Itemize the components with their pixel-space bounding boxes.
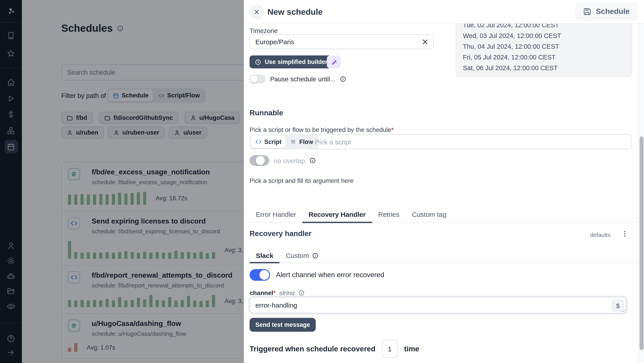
no-overlap-toggle[interactable]: [250, 155, 269, 166]
runnable-heading: Runnable: [250, 109, 283, 117]
use-simplified-builder-button[interactable]: Use simplified builder: [250, 55, 333, 68]
subtab-custom[interactable]: Custom: [280, 249, 324, 262]
app: Schedules Search schedule Filter by path…: [0, 0, 644, 363]
script-tab[interactable]: Script: [251, 135, 286, 148]
new-schedule-drawer: Tue, 02 Jul 2024, 12:00:00 CEST Wed, 03 …: [244, 0, 644, 363]
recovery-handler-heading: Recovery handler: [250, 229, 312, 238]
handler-tabs: Error Handler Recovery Handler Retries C…: [250, 207, 639, 223]
pick-script-input[interactable]: Pick a script: [309, 134, 632, 149]
pick-script-label: Pick a script or flow to be triggered by…: [250, 126, 394, 133]
wand-sparkles-icon: [330, 58, 338, 65]
scrollbar-thumb[interactable]: [640, 136, 644, 350]
channel-field-label: channel* string: [250, 289, 304, 296]
preview-date: Sat, 06 Jul 2024, 12:00:00 CEST: [463, 63, 625, 73]
info-icon[interactable]: [298, 290, 304, 296]
pause-schedule-toggle[interactable]: [250, 75, 266, 84]
no-overlap-label: no overlap: [274, 157, 305, 164]
alert-channel-label: Alert channel when error recovered: [276, 271, 384, 279]
clear-icon[interactable]: [422, 38, 428, 45]
schedule-submit-button[interactable]: Schedule: [575, 2, 638, 21]
no-overlap-row: no overlap: [250, 155, 316, 166]
script-flow-toggle: Script Flow: [250, 134, 319, 149]
drawer-header: New schedule Schedule: [244, 0, 644, 24]
pause-schedule-label: Pause schedule until...: [270, 75, 336, 83]
drawer-scrollbar[interactable]: [638, 24, 644, 363]
clock-icon: [255, 59, 261, 65]
upcoming-runs-panel: Tue, 02 Jul 2024, 12:00:00 CEST Wed, 03 …: [456, 17, 632, 77]
close-icon[interactable]: [249, 4, 264, 19]
drawer-title: New schedule: [268, 7, 323, 17]
alert-channel-row: Alert channel when error recovered: [250, 269, 384, 281]
send-test-message-button[interactable]: Send test message: [250, 318, 316, 332]
tab-error-handler[interactable]: Error Handler: [250, 207, 302, 222]
triggered-count-row: Triggered when schedule recovered 1 time: [250, 340, 419, 358]
channel-input[interactable]: error-handling $: [250, 297, 626, 313]
preview-date: Wed, 03 Jul 2024, 12:00:00 CEST: [463, 30, 625, 41]
triggered-count-input[interactable]: 1: [382, 340, 398, 358]
tab-recovery-handler[interactable]: Recovery Handler: [302, 207, 372, 222]
recovery-subtabs: Slack Custom: [250, 249, 639, 263]
insert-variable-button[interactable]: $: [612, 300, 624, 312]
argument-helper-text: Pick a script and fill its argument here: [250, 177, 354, 184]
alert-channel-toggle[interactable]: [250, 269, 270, 281]
ai-wand-button[interactable]: [327, 55, 341, 68]
preview-date: Thu, 04 Jul 2024, 12:00:00 CEST: [463, 41, 625, 52]
info-icon[interactable]: [340, 76, 346, 82]
pause-schedule-row: Pause schedule until...: [250, 75, 346, 84]
timezone-label: Timezone: [250, 27, 278, 34]
flow-bars-icon: [290, 139, 297, 145]
code-icon: [255, 139, 262, 145]
tab-retries[interactable]: Retries: [372, 207, 406, 222]
info-icon: [312, 252, 318, 259]
tab-custom-tag[interactable]: Custom tag: [406, 207, 452, 222]
subtab-slack[interactable]: Slack: [250, 249, 280, 262]
info-icon[interactable]: [310, 157, 316, 164]
defaults-label[interactable]: defaults: [590, 232, 610, 238]
save-icon: [584, 7, 592, 16]
kebab-menu-icon[interactable]: [620, 229, 630, 239]
preview-date: Fri, 05 Jul 2024, 12:00:00 CEST: [463, 52, 625, 63]
timezone-input[interactable]: Europe/Paris: [250, 34, 434, 49]
